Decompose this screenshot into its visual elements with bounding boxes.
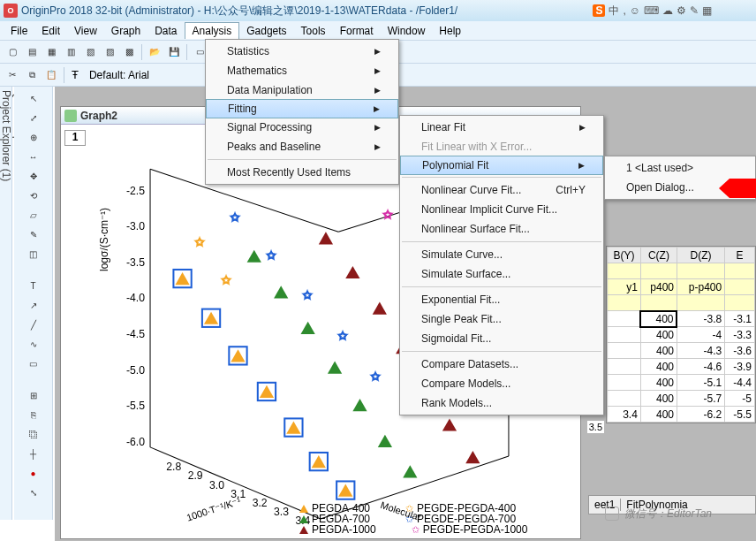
menu-linear-xerror: Fit Linear with X Error... xyxy=(400,137,603,156)
menu-single-peak-fit[interactable]: Single Peak Fit... xyxy=(400,309,603,329)
draw-icon[interactable]: ✎ xyxy=(26,226,42,242)
extract-icon[interactable]: ⎘ xyxy=(26,407,42,423)
menu-window[interactable]: Window xyxy=(381,23,433,39)
menu-graph[interactable]: Graph xyxy=(104,23,147,39)
mask-icon[interactable]: ▱ xyxy=(26,207,42,223)
color-icon[interactable]: ● xyxy=(26,465,42,481)
svg-marker-30 xyxy=(286,421,300,433)
new-layout-icon[interactable]: ▨ xyxy=(101,43,118,61)
text-tool-icon[interactable]: Ŧ xyxy=(72,68,79,81)
scale-icon[interactable]: ↔ xyxy=(26,149,42,164)
new-notes-icon[interactable]: ▩ xyxy=(120,43,138,61)
menu-sigmoidal-fit[interactable]: Sigmoidal Fit... xyxy=(400,329,603,348)
layer-icon[interactable]: ⊞ xyxy=(26,387,42,403)
menu-nonlinear-implicit[interactable]: Nonlinear Implicit Curve Fit... xyxy=(400,200,603,219)
new-excel-icon[interactable]: ▧ xyxy=(81,43,99,61)
worksheet[interactable]: B(Y)C(Z)D(Z)E y1p400p-p400 400-3.8-3.1 4… xyxy=(606,246,756,423)
svg-marker-36 xyxy=(274,286,288,298)
svg-text:3.0: 3.0 xyxy=(209,479,224,491)
text-icon[interactable]: T xyxy=(26,278,42,293)
svg-marker-24 xyxy=(204,312,218,324)
rotate-icon[interactable]: ⟲ xyxy=(26,187,42,203)
menu-mathematics[interactable]: Mathematics▶ xyxy=(206,61,398,80)
menu-help[interactable]: Help xyxy=(432,23,468,39)
region-icon[interactable]: ◫ xyxy=(26,246,42,262)
rect-icon[interactable]: ▭ xyxy=(26,355,42,371)
zoom-icon[interactable]: ⤢ xyxy=(26,110,42,126)
svg-text:-3.5: -3.5 xyxy=(126,256,145,269)
menu-nonlinear-curve[interactable]: Nonlinear Curve Fit...Ctrl+Y xyxy=(400,180,603,200)
menu-edit[interactable]: Edit xyxy=(34,23,67,39)
svg-marker-32 xyxy=(312,455,326,468)
svg-text:3.2: 3.2 xyxy=(253,497,268,509)
svg-text:✩: ✩ xyxy=(195,236,204,248)
analysis-dropdown: Statistics▶ Mathematics▶ Data Manipulati… xyxy=(205,39,399,185)
new-matrix-icon[interactable]: ▥ xyxy=(62,43,79,61)
svg-text:✩: ✩ xyxy=(267,249,276,262)
svg-text:✩: ✩ xyxy=(371,370,380,383)
menu-exponential-fit[interactable]: Exponential Fit... xyxy=(400,290,603,309)
layer-tab[interactable]: 1 xyxy=(64,130,86,146)
new-workbook-icon[interactable]: ▤ xyxy=(23,43,41,61)
svg-marker-38 xyxy=(328,361,342,373)
add-axis-icon[interactable]: ┼ xyxy=(26,446,42,461)
new-project-icon[interactable]: ▢ xyxy=(4,43,21,61)
window-title: OriginPro 2018 32-bit (Administrator) - … xyxy=(21,4,457,19)
menu-format[interactable]: Format xyxy=(333,23,381,39)
reader-icon[interactable]: ⊕ xyxy=(26,129,42,145)
menu-gadgets[interactable]: Gadgets xyxy=(239,23,293,39)
svg-text:✩: ✩ xyxy=(222,274,231,286)
menu-compare-models[interactable]: Compare Models... xyxy=(400,374,603,393)
tab-project-explorer[interactable]: Project Explorer (1) xyxy=(0,90,12,493)
menu-simulate-surface[interactable]: Simulate Surface... xyxy=(400,264,603,284)
menu-linear-fit[interactable]: Linear Fit▶ xyxy=(400,118,603,137)
svg-marker-48 xyxy=(465,451,480,463)
svg-marker-39 xyxy=(352,399,367,411)
menu-peaks-baseline[interactable]: Peaks and Baseline▶ xyxy=(206,137,398,156)
menu-data-manipulation[interactable]: Data Manipulation▶ xyxy=(206,80,398,100)
arrow-tool-icon[interactable]: ↗ xyxy=(26,297,42,313)
menu-last-used[interactable]: 1 <Last used> xyxy=(605,158,755,178)
curve-icon[interactable]: ∿ xyxy=(26,336,42,352)
menu-simulate-curve[interactable]: Simulate Curve... xyxy=(400,245,603,264)
ime-bar: S 中 , ☺ ⌨ ☁ ⚙ ✎ ▦ xyxy=(593,0,712,21)
svg-marker-26 xyxy=(231,349,245,362)
app-icon: O xyxy=(4,4,18,18)
menu-compare-datasets[interactable]: Compare Datasets... xyxy=(400,354,603,374)
copy-icon[interactable]: ⧉ xyxy=(23,66,41,84)
menu-polynomial-fit[interactable]: Polynomial Fit▶ xyxy=(400,156,603,175)
save-icon[interactable]: 💾 xyxy=(165,43,183,61)
menu-nonlinear-surface[interactable]: Nonlinear Surface Fit... xyxy=(400,219,603,239)
tool-palette: ↖ ⤢ ⊕ ↔ ✥ ⟲ ▱ ✎ ◫ T ↗ ╱ ∿ ▭ ⊞ ⎘ ⿻ ┼ ● ⤡ xyxy=(14,87,53,520)
menu-rank-models[interactable]: Rank Models... xyxy=(400,393,603,413)
menu-fitting[interactable]: Fitting▶ xyxy=(206,99,398,118)
svg-text:3.3: 3.3 xyxy=(274,506,289,518)
menu-file[interactable]: File xyxy=(4,23,34,39)
svg-text:-5.0: -5.0 xyxy=(126,364,145,377)
menu-mru[interactable]: Most Recently Used Items xyxy=(206,163,398,182)
menu-data[interactable]: Data xyxy=(147,23,184,39)
menu-tools[interactable]: Tools xyxy=(294,23,333,39)
svg-marker-42 xyxy=(319,232,333,244)
menu-view[interactable]: View xyxy=(67,23,104,39)
watermark: 微信号：EditorTan xyxy=(605,506,712,522)
svg-marker-34 xyxy=(338,484,352,496)
new-graph-icon[interactable]: ▦ xyxy=(42,43,60,61)
rescale-icon[interactable]: ⤡ xyxy=(26,484,42,500)
svg-marker-43 xyxy=(345,266,359,278)
menu-statistics[interactable]: Statistics▶ xyxy=(206,42,398,61)
merge-icon[interactable]: ⿻ xyxy=(26,426,42,442)
line-icon[interactable]: ╱ xyxy=(26,316,42,332)
menu-analysis[interactable]: Analysis xyxy=(185,22,240,39)
menu-signal-processing[interactable]: Signal Processing▶ xyxy=(206,118,398,137)
graph-window-title: Graph2 xyxy=(80,110,117,122)
svg-marker-59 xyxy=(719,179,756,198)
pan-icon[interactable]: ✥ xyxy=(26,168,42,184)
pointer-icon[interactable]: ↖ xyxy=(26,90,42,106)
cut-icon[interactable]: ✂ xyxy=(4,66,21,84)
paste-icon[interactable]: 📋 xyxy=(42,66,60,84)
font-name[interactable]: Default: Arial xyxy=(84,69,155,81)
open-icon[interactable]: 📂 xyxy=(146,43,163,61)
svg-text:-5.5: -5.5 xyxy=(126,400,145,412)
ime-s-icon[interactable]: S xyxy=(593,4,605,17)
